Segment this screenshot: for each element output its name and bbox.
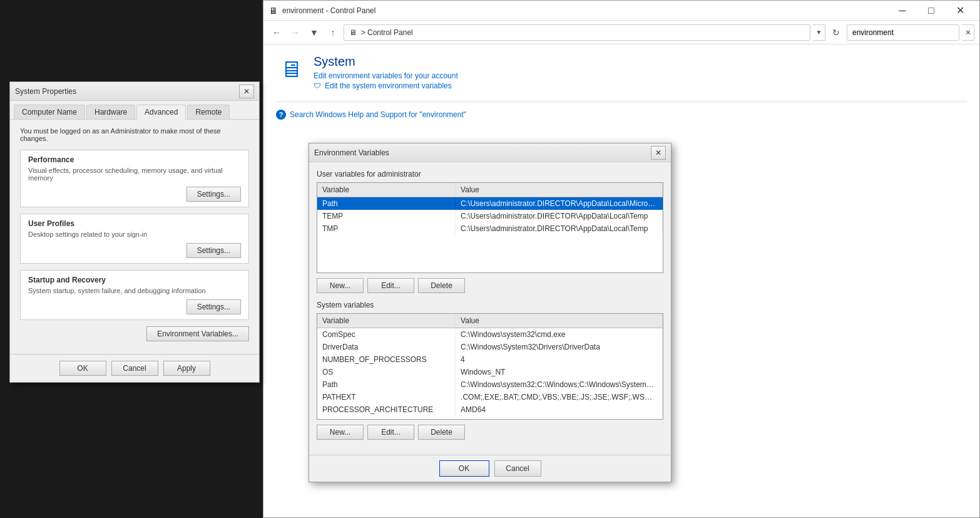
edit-user-env-label: Edit environment variables for your acco… <box>314 71 458 80</box>
maximize-button[interactable]: □ <box>917 1 946 21</box>
user-var-temp-value: C:\Users\administrator.DIRECTOR\AppData\… <box>456 210 663 222</box>
dropdown-button[interactable]: ▼ <box>306 24 322 41</box>
system-var-path[interactable]: Path C:\Windows\system32;C:\Windows;C:\W… <box>317 378 663 391</box>
system-header: 🖥 System Edit environment variables for … <box>276 54 967 91</box>
system-var-driverdata[interactable]: DriverData C:\Windows\System32\Drivers\D… <box>317 341 663 353</box>
edit-system-env-link[interactable]: 🛡 Edit the system environment variables <box>314 81 458 90</box>
tab-remote[interactable]: Remote <box>187 105 230 119</box>
edit-user-env-link[interactable]: Edit environment variables for your acco… <box>314 71 458 80</box>
system-var-comspec-value: C:\Windows\system32\cmd.exe <box>456 328 663 341</box>
performance-settings-button[interactable]: Settings... <box>186 187 241 202</box>
env-vars-content: User variables for administrator Variabl… <box>309 162 671 455</box>
tab-computer-name[interactable]: Computer Name <box>14 105 85 119</box>
system-vars-delete-button[interactable]: Delete <box>418 425 465 440</box>
user-var-path-name: Path <box>317 197 456 210</box>
user-vars-body[interactable]: Path C:\Users\administrator.DIRECTOR\App… <box>317 197 663 272</box>
apply-button[interactable]: Apply <box>163 361 210 376</box>
tab-hardware[interactable]: Hardware <box>86 105 135 119</box>
startup-recovery-settings-button[interactable]: Settings... <box>186 299 241 314</box>
system-props-tabs: Computer Name Hardware Advanced Remote <box>10 101 259 120</box>
system-title: System <box>314 54 458 69</box>
user-var-row-path[interactable]: Path C:\Users\administrator.DIRECTOR\App… <box>317 197 663 210</box>
forward-button[interactable]: → <box>287 24 304 41</box>
environment-variables-button[interactable]: Environment Variables... <box>146 326 249 341</box>
system-var-driverdata-value: C:\Windows\System32\Drivers\DriverData <box>456 341 663 353</box>
system-var-processor-arch-value: AMD64 <box>456 403 663 416</box>
system-var-comspec[interactable]: ComSpec C:\Windows\system32\cmd.exe <box>317 328 663 341</box>
search-help-link[interactable]: ? Search Windows Help and Support for "e… <box>276 110 967 120</box>
user-var-tmp-name: TMP <box>317 222 456 235</box>
system-props-window: System Properties ✕ Computer Name Hardwa… <box>9 81 260 383</box>
user-vars-delete-button[interactable]: Delete <box>418 278 465 293</box>
user-vars-label: User variables for administrator <box>317 170 663 179</box>
control-panel-titlebar: 🖥 environment - Control Panel ─ □ ✕ <box>263 1 979 21</box>
tab-advanced[interactable]: Advanced <box>136 105 186 120</box>
system-vars-body[interactable]: ComSpec C:\Windows\system32\cmd.exe Driv… <box>317 328 663 419</box>
env-vars-close[interactable]: ✕ <box>651 146 666 160</box>
system-vars-header-table: Variable Value <box>317 314 663 328</box>
cancel-button[interactable]: Cancel <box>111 361 158 376</box>
minimize-button[interactable]: ─ <box>888 1 917 21</box>
system-vars-edit-button[interactable]: Edit... <box>367 425 414 440</box>
address-bar: ← → ▼ ↑ 🖥 > Control Panel ▼ ↻ ✕ <box>263 21 979 44</box>
user-var-temp-name: TEMP <box>317 210 456 222</box>
system-props-dialog-buttons: OK Cancel Apply <box>10 354 259 382</box>
env-vars-cancel-button[interactable]: Cancel <box>494 460 541 477</box>
system-vars-buttons: New... Edit... Delete <box>317 425 663 440</box>
performance-section: Performance Visual effects, processor sc… <box>20 150 249 207</box>
env-vars-ok-button[interactable]: OK <box>439 460 489 477</box>
system-var-processor-arch-name: PROCESSOR_ARCHITECTURE <box>317 403 456 416</box>
user-vars-edit-button[interactable]: Edit... <box>367 278 414 293</box>
back-button[interactable]: ← <box>268 24 285 41</box>
close-button[interactable]: ✕ <box>946 1 974 21</box>
system-vars-col-variable: Variable <box>317 314 456 328</box>
env-vars-row: Environment Variables... <box>20 326 249 341</box>
system-props-close[interactable]: ✕ <box>239 85 254 98</box>
system-var-path-value: C:\Windows\system32;C:\Windows;C:\Window… <box>456 378 663 391</box>
system-var-os-value: Windows_NT <box>456 366 663 378</box>
search-help-label: Search Windows Help and Support for "env… <box>290 110 466 119</box>
shield-icon: 🛡 <box>314 81 322 90</box>
user-profiles-settings-button[interactable]: Settings... <box>186 243 241 258</box>
performance-title: Performance <box>28 155 241 164</box>
system-vars-header-row: Variable Value <box>317 314 663 328</box>
system-icon: 🖥 <box>276 54 306 85</box>
system-var-driverdata-name: DriverData <box>317 341 456 353</box>
user-profiles-section: User Profiles Desktop settings related t… <box>20 214 249 264</box>
address-current: Control Panel <box>367 28 413 37</box>
control-panel-icon: 🖥 <box>268 6 278 16</box>
refresh-button[interactable]: ↻ <box>828 24 844 41</box>
address-path[interactable]: 🖥 > Control Panel <box>344 24 810 41</box>
up-button[interactable]: ↑ <box>325 24 341 41</box>
system-vars-table-container: Variable Value ComSpec C:\Windows\system… <box>317 313 663 420</box>
user-var-row-temp[interactable]: TEMP C:\Users\administrator.DIRECTOR\App… <box>317 210 663 222</box>
address-breadcrumb: 🖥 > <box>349 28 367 37</box>
ok-button[interactable]: OK <box>59 361 106 376</box>
user-vars-col-value: Value <box>456 183 663 197</box>
startup-recovery-desc: System startup, system failure, and debu… <box>28 287 241 294</box>
user-vars-data-table: Path C:\Users\administrator.DIRECTOR\App… <box>317 197 663 235</box>
system-var-os[interactable]: OS Windows_NT <box>317 366 663 378</box>
user-vars-new-button[interactable]: New... <box>317 278 364 293</box>
system-vars-new-button[interactable]: New... <box>317 425 364 440</box>
system-var-num-processors[interactable]: NUMBER_OF_PROCESSORS 4 <box>317 353 663 366</box>
env-vars-dialog: Environment Variables ✕ User variables f… <box>309 143 671 482</box>
user-vars-header-row: Variable Value <box>317 183 663 197</box>
user-var-path-value: C:\Users\administrator.DIRECTOR\AppData\… <box>456 197 663 210</box>
env-vars-title: Environment Variables <box>314 148 651 157</box>
startup-recovery-title: Startup and Recovery <box>28 276 241 284</box>
system-var-pathext-name: PATHEXT <box>317 391 456 403</box>
address-chevron[interactable]: ▼ <box>813 24 825 41</box>
separator <box>276 101 967 102</box>
control-panel-title: environment - Control Panel <box>282 6 888 15</box>
user-vars-table: Variable Value <box>317 183 663 197</box>
system-var-comspec-name: ComSpec <box>317 328 456 341</box>
search-clear-button[interactable]: ✕ <box>962 24 974 41</box>
env-vars-titlebar: Environment Variables ✕ <box>309 143 671 162</box>
system-var-processor-arch[interactable]: PROCESSOR_ARCHITECTURE AMD64 <box>317 403 663 416</box>
edit-system-env-label: Edit the system environment variables <box>325 81 452 90</box>
user-var-row-tmp[interactable]: TMP C:\Users\administrator.DIRECTOR\AppD… <box>317 222 663 235</box>
system-var-os-name: OS <box>317 366 456 378</box>
search-input[interactable] <box>847 24 959 41</box>
system-var-pathext[interactable]: PATHEXT .COM;.EXE;.BAT;.CMD;.VBS;.VBE;.J… <box>317 391 663 403</box>
